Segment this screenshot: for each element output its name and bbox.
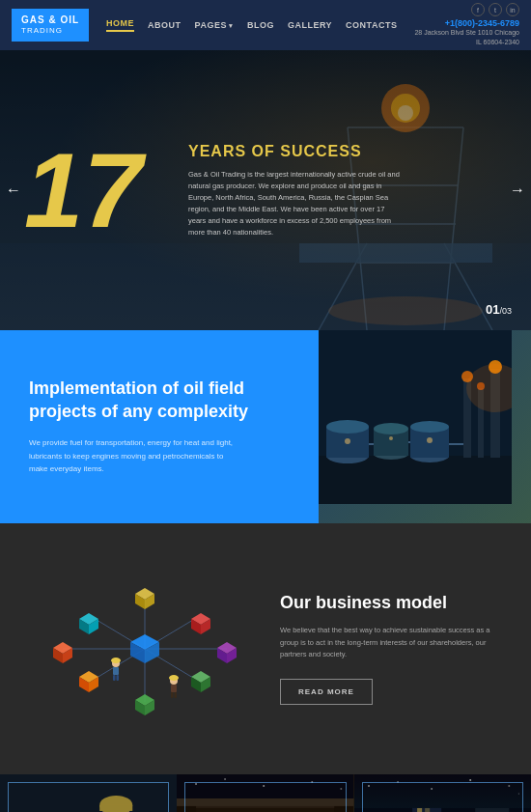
svg-rect-82 <box>171 692 174 698</box>
hero-number: 17 <box>24 137 179 243</box>
svg-point-22 <box>374 423 408 434</box>
blue-image <box>319 330 531 523</box>
address: 28 Jackson Blvd Ste 1010 ChicagoIL 60604… <box>414 28 519 47</box>
logo-line2: TRADING <box>21 26 79 36</box>
svg-point-25 <box>410 421 449 433</box>
svg-point-84 <box>169 675 179 681</box>
blue-heading: Implementation of oil field projects of … <box>29 378 299 423</box>
hero-section: 17 YEARS OF SUCCESS Gas & Oil Trading is… <box>0 50 531 330</box>
blue-features-section: Implementation of oil field projects of … <box>0 330 531 523</box>
hero-counter-total: 03 <box>502 306 512 316</box>
business-model-image <box>29 562 261 736</box>
business-text-block: Our business model We believe that the b… <box>280 593 502 705</box>
svg-point-13 <box>398 105 413 121</box>
business-heading: Our business model <box>280 593 502 613</box>
business-model-section: Our business model We believe that the b… <box>0 523 531 774</box>
hero-counter-current: 01 <box>486 302 499 317</box>
hero-content: 17 YEARS OF SUCCESS Gas & Oil Trading is… <box>0 137 531 243</box>
svg-point-79 <box>111 658 121 663</box>
nav-item-contacts[interactable]: CONTACTS <box>346 20 397 30</box>
nav-item-blog[interactable]: BLOG <box>247 20 274 30</box>
svg-point-33 <box>389 436 393 440</box>
nav-item-about[interactable]: ABOUT <box>148 20 182 30</box>
bottom-cards: People andvalues <box>0 774 531 812</box>
facebook-icon[interactable]: f <box>471 3 485 16</box>
card-our-brands[interactable]: Our brands <box>177 774 353 812</box>
business-description: We believe that the best way to achieve … <box>280 625 502 661</box>
hero-prev-arrow[interactable]: ← <box>6 182 21 199</box>
hero-counter: 01/03 <box>486 302 512 317</box>
logo[interactable]: GAS & OIL TRADING <box>12 9 89 42</box>
isometric-diagram <box>39 567 251 731</box>
svg-rect-83 <box>175 692 178 698</box>
oil-facility-image <box>319 330 512 504</box>
svg-point-19 <box>326 420 369 434</box>
nav-item-gallery[interactable]: GALLERY <box>288 20 332 30</box>
phone-number[interactable]: +1(800)-2345-6789 <box>414 18 519 28</box>
nav-item-home[interactable]: HOME <box>106 18 134 32</box>
card-people-values[interactable]: People andvalues <box>0 774 177 812</box>
svg-rect-77 <box>113 675 116 681</box>
header-contact: f t in +1(800)-2345-6789 28 Jackson Blvd… <box>414 3 519 47</box>
hero-next-arrow[interactable]: → <box>510 182 525 199</box>
site-header: GAS & OIL TRADING HOME ABOUT PAGES BLOG … <box>0 0 531 50</box>
read-more-button[interactable]: READ MORE <box>280 679 373 705</box>
hero-text-block: YEARS OF SUCCESS Gas & Oil Trading is th… <box>188 142 401 238</box>
hero-title: YEARS OF SUCCESS <box>188 142 401 160</box>
hero-description: Gas & Oil Trading is the largest interna… <box>188 169 401 238</box>
linkedin-icon[interactable]: in <box>506 3 519 16</box>
nav-item-pages[interactable]: PAGES <box>195 20 234 30</box>
svg-rect-76 <box>113 667 119 675</box>
main-nav: HOME ABOUT PAGES BLOG GALLERY CONTACTS <box>106 18 397 32</box>
svg-rect-10 <box>299 243 492 263</box>
svg-point-34 <box>427 437 433 443</box>
blue-description: We provide fuel for transportation, ener… <box>29 436 241 476</box>
logo-line1: GAS & OIL <box>21 14 79 26</box>
svg-point-32 <box>345 438 350 444</box>
blue-text-block: Implementation of oil field projects of … <box>0 330 319 523</box>
card-group-organisation[interactable]: Grouporganisation <box>354 774 531 812</box>
svg-rect-78 <box>117 675 120 681</box>
svg-point-14 <box>328 296 483 325</box>
svg-rect-81 <box>171 685 177 692</box>
twitter-icon[interactable]: t <box>489 3 502 16</box>
